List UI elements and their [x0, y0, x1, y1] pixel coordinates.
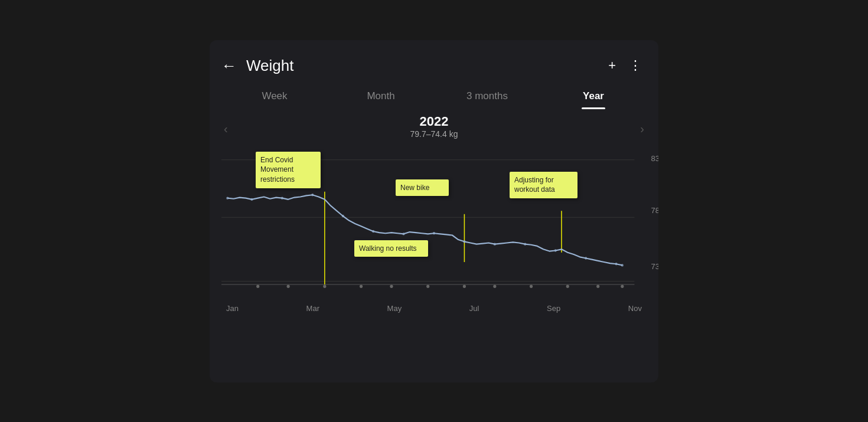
year-nav: ‹ 2022 79.7–74.4 kg › [221, 114, 647, 145]
x-label-may: May [387, 304, 402, 313]
header: ← Weight + ⋮ [210, 40, 658, 84]
x-label-sep: Sep [547, 304, 560, 313]
y-label-73: 73 [651, 262, 658, 271]
note-bike: New bike [396, 179, 449, 197]
svg-point-14 [596, 284, 599, 287]
page-title: Weight [246, 57, 608, 75]
svg-point-21 [281, 197, 283, 199]
svg-point-4 [256, 284, 259, 287]
x-label-jan: Jan [226, 304, 239, 313]
svg-point-32 [615, 263, 618, 265]
chart-area: 83 78 73 End Covid Movement restrictions… [221, 147, 647, 300]
svg-point-11 [493, 284, 496, 287]
svg-point-8 [390, 284, 393, 287]
more-button[interactable]: ⋮ [629, 58, 642, 73]
svg-point-33 [621, 264, 624, 266]
tab-month[interactable]: Month [328, 84, 434, 109]
svg-point-6 [323, 284, 326, 287]
svg-point-30 [554, 249, 557, 251]
svg-point-29 [524, 243, 526, 245]
svg-point-23 [342, 214, 344, 217]
svg-point-27 [463, 240, 465, 243]
tab-year[interactable]: Year [540, 84, 647, 109]
svg-point-12 [530, 284, 533, 287]
svg-point-10 [463, 284, 466, 287]
svg-point-13 [566, 284, 569, 287]
svg-point-5 [287, 284, 290, 287]
tab-3months[interactable]: 3 months [434, 84, 540, 109]
svg-point-31 [585, 257, 587, 259]
y-label-78: 78 [651, 206, 658, 215]
back-button[interactable]: ← [221, 57, 237, 75]
svg-point-7 [360, 284, 363, 287]
add-button[interactable]: + [608, 58, 616, 73]
svg-point-15 [621, 284, 624, 287]
chart-container: ‹ 2022 79.7–74.4 kg › [210, 114, 658, 313]
year-label: 2022 [410, 114, 458, 129]
x-label-mar: Mar [306, 304, 319, 313]
next-year-button[interactable]: › [640, 122, 644, 136]
weight-range: 79.7–74.4 kg [410, 129, 458, 139]
tabs: Week Month 3 months Year [210, 84, 658, 109]
y-label-83: 83 [651, 154, 658, 163]
svg-point-19 [226, 197, 229, 199]
prev-year-button[interactable]: ‹ [224, 122, 228, 136]
svg-point-26 [433, 232, 435, 234]
note-workout: Adjusting for workout data [510, 172, 577, 199]
app-card: ← Weight + ⋮ Week Month 3 months Year ‹ … [210, 40, 658, 382]
note-walking: Walking no results [354, 240, 428, 257]
svg-point-9 [426, 284, 429, 287]
note-covid: End Covid Movement restrictions [256, 152, 321, 188]
svg-point-25 [403, 233, 405, 235]
svg-point-28 [494, 243, 496, 245]
tab-week[interactable]: Week [221, 84, 328, 109]
svg-point-22 [311, 194, 314, 196]
x-label-jul: Jul [469, 304, 479, 313]
svg-point-20 [250, 198, 253, 200]
x-axis: Jan Mar May Jul Sep Nov [221, 300, 647, 313]
x-label-nov: Nov [628, 304, 642, 313]
svg-point-24 [372, 230, 374, 232]
header-actions: + ⋮ [608, 58, 642, 73]
